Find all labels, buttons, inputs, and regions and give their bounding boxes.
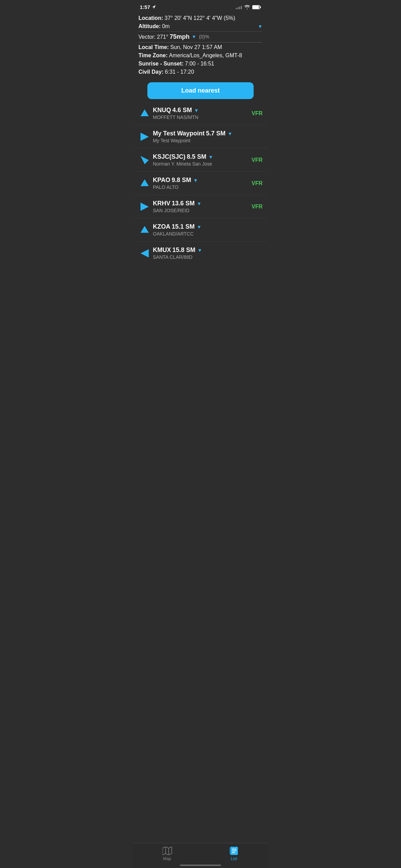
waypoint-dropdown-icon[interactable]: ▼ [208,154,213,160]
local-time-value: Sun, Nov 27 1:57 AM [170,43,222,51]
location-row: Location: 37° 20' 4"N 122° 4' 4"W (5%) [138,14,263,22]
waypoint-name-row: KSJC(SJC) 8.5 SM▼ [153,153,248,160]
status-time-area: 1:57 [140,4,156,10]
waypoint-distance: 15.8 SM [172,246,195,254]
vfr-badge: VFR [248,110,263,117]
svg-marker-6 [141,156,149,164]
status-bar: 1:57 [134,0,267,12]
waypoint-arrow-icon [138,109,151,118]
waypoint-arrow-icon [138,132,151,142]
waypoint-info: My Test Waypoint 5.7 SM▼My Test Waypoint [153,130,263,143]
waypoint-id: KZOA [153,223,170,230]
vector-speed: 75mph [170,32,190,41]
vector-percent: (0)% [199,33,209,40]
vector-dropdown-icon[interactable]: ▼ [192,33,196,40]
svg-marker-5 [141,133,149,141]
vfr-badge: VFR [248,157,263,163]
waypoint-id: KRHV [153,200,170,207]
svg-marker-8 [141,203,149,211]
list-item[interactable]: KZOA 15.1 SM▼OAKLAND/ARTCC [134,218,267,242]
timezone-value: America/Los_Angeles, GMT-8 [169,51,242,60]
waypoint-dropdown-icon[interactable]: ▼ [197,248,202,253]
vector-bearing: 271° [157,33,168,41]
waypoint-distance: 13.6 SM [172,200,195,207]
waypoint-name-row: My Test Waypoint 5.7 SM▼ [153,130,263,137]
waypoint-subtitle: My Test Waypoint [153,138,263,143]
waypoint-id: My Test Waypoint [153,130,205,137]
location-value: 37° 20' 4"N 122° 4' 4"W (5%) [165,14,235,22]
waypoint-id: KSJC(SJC) [153,153,185,160]
vfr-badge: VFR [248,180,263,186]
waypoint-subtitle: PALO ALTO [153,184,248,190]
wifi-icon [244,5,250,10]
waypoint-subtitle: MOFFETT NAS/MTN [153,114,248,120]
vector-label: Vector: [138,33,156,41]
load-nearest-button[interactable]: Load nearest [147,82,254,99]
timezone-row: Time Zone: America/Los_Angeles, GMT-8 [138,51,263,60]
waypoint-arrow-icon [138,179,151,188]
svg-marker-9 [141,226,149,233]
waypoint-subtitle: SAN JOSE/REID [153,208,248,213]
waypoint-info: KMUX 15.8 SM▼SANTA CLAR/88D [153,246,263,260]
waypoint-distance: 4.6 SM [172,107,192,114]
location-label: Location: [138,14,163,22]
civil-day-row: Civil Day: 6:31 - 17:20 [138,68,263,76]
waypoint-dropdown-icon[interactable]: ▼ [193,178,198,183]
sunrise-sunset-value: 7:00 - 16:51 [185,60,214,68]
list-item[interactable]: KNUQ 4.6 SM▼MOFFETT NAS/MTNVFR [134,102,267,125]
waypoint-arrow-icon [138,202,151,212]
waypoint-info: KRHV 13.6 SM▼SAN JOSE/REID [153,200,248,213]
svg-marker-10 [141,249,149,257]
location-arrow-icon [152,5,156,9]
altitude-inner: Altitude: 0m [138,22,256,31]
civil-day-value: 6:31 - 17:20 [165,68,194,76]
svg-rect-3 [253,5,259,9]
list-item[interactable]: KRHV 13.6 SM▼SAN JOSE/REIDVFR [134,195,267,218]
signal-strength-icon [236,5,242,9]
waypoint-info: KSJC(SJC) 8.5 SM▼Norman Y. Mineta San Jo… [153,153,248,167]
waypoint-subtitle: SANTA CLAR/88D [153,254,263,260]
list-item[interactable]: KSJC(SJC) 8.5 SM▼Norman Y. Mineta San Jo… [134,148,267,172]
vector-row: Vector: 271° 75mph ▼ (0)% [138,32,263,43]
waypoint-dropdown-icon[interactable]: ▼ [197,224,202,230]
altitude-dropdown-icon[interactable]: ▼ [258,24,263,29]
svg-marker-7 [141,179,149,186]
sunrise-sunset-label: Sunrise - Sunset: [138,60,184,68]
waypoint-info: KZOA 15.1 SM▼OAKLAND/ARTCC [153,223,263,237]
waypoint-info: KPAO 9.8 SM▼PALO ALTO [153,177,248,190]
svg-marker-4 [141,109,149,116]
waypoint-name-row: KZOA 15.1 SM▼ [153,223,263,230]
timezone-label: Time Zone: [138,51,168,60]
waypoint-arrow-icon [138,249,151,258]
waypoint-name-row: KMUX 15.8 SM▼ [153,246,263,254]
list-item[interactable]: My Test Waypoint 5.7 SM▼My Test Waypoint [134,125,267,148]
list-item[interactable]: KPAO 9.8 SM▼PALO ALTOVFR [134,172,267,195]
vfr-badge: VFR [248,204,263,210]
waypoint-subtitle: Norman Y. Mineta San Jose [153,161,248,167]
time-display: 1:57 [140,4,150,10]
svg-rect-1 [260,6,261,8]
waypoint-id: KPAO [153,177,170,184]
sunrise-sunset-row: Sunrise - Sunset: 7:00 - 16:51 [138,60,263,68]
local-time-row: Local Time: Sun, Nov 27 1:57 AM [138,43,263,51]
waypoint-dropdown-icon[interactable]: ▼ [228,131,232,136]
civil-day-label: Civil Day: [138,68,163,76]
waypoint-id: KNUQ [153,107,171,114]
waypoint-id: KMUX [153,246,171,254]
battery-icon [252,5,261,10]
waypoint-distance: 8.5 SM [187,153,206,160]
waypoint-distance: 5.7 SM [206,130,226,137]
waypoint-dropdown-icon[interactable]: ▼ [194,108,199,113]
altitude-row: Altitude: 0m ▼ [138,22,263,32]
waypoint-list: KNUQ 4.6 SM▼MOFFETT NAS/MTNVFR My Test W… [134,102,267,265]
waypoint-name-row: KPAO 9.8 SM▼ [153,177,248,184]
altitude-value: 0m [162,22,170,31]
waypoint-dropdown-icon[interactable]: ▼ [197,201,202,206]
waypoint-name-row: KRHV 13.6 SM▼ [153,200,248,207]
waypoint-distance: 15.1 SM [172,223,195,230]
waypoint-subtitle: OAKLAND/ARTCC [153,231,263,237]
waypoint-arrow-icon [138,155,151,165]
waypoint-info: KNUQ 4.6 SM▼MOFFETT NAS/MTN [153,107,248,120]
waypoint-arrow-icon [138,225,151,235]
list-item[interactable]: KMUX 15.8 SM▼SANTA CLAR/88D [134,242,267,265]
